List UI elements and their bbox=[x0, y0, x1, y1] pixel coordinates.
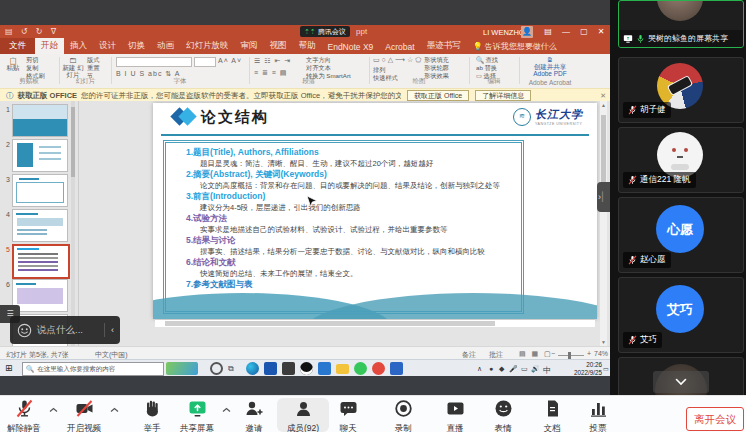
copy-button[interactable]: 复制 bbox=[26, 64, 38, 72]
poll-button[interactable]: 投票 bbox=[574, 399, 622, 432]
tray-icon[interactable]: ◆ bbox=[499, 365, 504, 373]
layout-button[interactable]: 版式 bbox=[87, 56, 99, 64]
ppt-tab-6[interactable]: 幻灯片放映 bbox=[180, 38, 235, 54]
weather-widget[interactable] bbox=[166, 362, 198, 375]
cortana-icon[interactable] bbox=[210, 362, 223, 375]
shapes-gallery[interactable]: ▭ ○ △ ⟶ ☆ ⬠ bbox=[373, 56, 421, 64]
collapse-tiles-button[interactable] bbox=[653, 371, 709, 393]
vertical-scrollbar-thumb[interactable] bbox=[601, 115, 606, 185]
paste-button[interactable]: 📋粘贴 bbox=[4, 57, 22, 71]
participant-tile[interactable]: 通信221 隆帆 bbox=[618, 127, 744, 193]
tray-icon[interactable]: ▭ bbox=[521, 365, 528, 373]
emoji-icon[interactable] bbox=[17, 323, 32, 338]
taskbar-search-box[interactable]: 🔍 在这里输入你要搜索的内容 bbox=[22, 362, 164, 376]
chevron-up-icon[interactable] bbox=[110, 407, 119, 413]
live-stream-button[interactable]: 直播 bbox=[431, 399, 479, 432]
ppt-tab-0[interactable]: 文件 bbox=[0, 38, 35, 54]
chevron-left-icon[interactable]: ‹ bbox=[105, 325, 120, 335]
zoom-out-icon[interactable]: − bbox=[551, 350, 555, 357]
tray-volume-icon[interactable]: 🔊 bbox=[531, 365, 540, 373]
docs-button[interactable]: 文档 bbox=[528, 399, 576, 432]
qq-icon[interactable] bbox=[300, 362, 313, 375]
view-buttons[interactable]: ▤ ▦ ▢ bbox=[519, 350, 553, 358]
members-button[interactable]: 成员(92) bbox=[279, 399, 327, 432]
shape-outline-button[interactable]: 形状轮廓 bbox=[424, 64, 449, 72]
ppt-tab-4[interactable]: 切换 bbox=[122, 38, 151, 54]
learn-more-button[interactable]: 了解详细信息 bbox=[475, 90, 531, 101]
slide-thumbnail[interactable] bbox=[12, 139, 68, 172]
tray-mic-icon[interactable]: 🎤 bbox=[509, 365, 518, 373]
chat-quick-bar[interactable]: 说点什么... ‹ bbox=[10, 316, 120, 344]
edge-icon[interactable] bbox=[246, 362, 259, 375]
ppt-tab-7[interactable]: 审阅 bbox=[235, 38, 264, 54]
ppt-tab-11[interactable]: Acrobat bbox=[379, 40, 420, 54]
chat-button[interactable]: 聊天 bbox=[324, 399, 372, 432]
chevron-up-icon[interactable] bbox=[49, 407, 58, 413]
participant-tile[interactable]: 心愿 赵心愿 bbox=[618, 197, 744, 273]
find-button[interactable]: 🔍 查找 bbox=[476, 56, 498, 64]
arrange-button[interactable]: 排列 bbox=[373, 66, 385, 74]
ppt-tab-3[interactable]: 设计 bbox=[93, 38, 122, 54]
ppt-tab-10[interactable]: EndNote X9 bbox=[322, 40, 380, 54]
zoom-level[interactable]: 74% bbox=[594, 350, 608, 357]
start-button[interactable]: ⊞ bbox=[5, 363, 13, 373]
record-button[interactable]: 录制 bbox=[379, 399, 427, 432]
account-avatar[interactable]: 👤 bbox=[521, 26, 533, 38]
slide-thumbnail[interactable] bbox=[12, 104, 68, 137]
reset-button[interactable]: 重置 bbox=[87, 64, 99, 72]
ppt-tab-2[interactable]: 插入 bbox=[64, 38, 93, 54]
wechat-icon[interactable] bbox=[354, 362, 367, 375]
grow-shrink-font-buttons[interactable]: A˄ A˅ bbox=[218, 57, 242, 64]
horizontal-scrollbar-thumb[interactable] bbox=[165, 321, 495, 326]
slide-thumbnail[interactable] bbox=[12, 209, 68, 242]
start-video-button[interactable]: 开启视频 bbox=[60, 399, 108, 432]
app-icon[interactable] bbox=[372, 362, 385, 375]
scroll-up-icon[interactable]: ▲ bbox=[600, 102, 607, 108]
ppt-tab-8[interactable]: 视图 bbox=[264, 38, 293, 54]
tray-qq-icon[interactable]: ● bbox=[489, 365, 493, 372]
slide-thumbnail[interactable] bbox=[12, 174, 68, 207]
zoom-slider[interactable] bbox=[558, 355, 584, 356]
align-buttons[interactable]: ≡ ≣ ≡ ▤ bbox=[254, 69, 287, 77]
app-icon[interactable] bbox=[282, 362, 295, 375]
replace-button[interactable]: ab 替换 bbox=[476, 64, 497, 72]
new-slide-button[interactable]: 🗔新建 幻灯片 bbox=[62, 57, 84, 78]
participant-tile-sharing[interactable]: 哭树的鲸鱼的屏幕共享 bbox=[618, 0, 744, 48]
zoom-in-icon[interactable]: + bbox=[587, 350, 591, 357]
ime-indicator[interactable]: 中 bbox=[543, 365, 551, 376]
raise-hand-button[interactable]: 举手 bbox=[128, 399, 176, 432]
sidebar-collapse-handle[interactable]: ›▏ bbox=[597, 182, 610, 212]
shape-fill-button[interactable]: 形状填充 bbox=[424, 56, 449, 64]
slide-thumbnail-current[interactable] bbox=[12, 244, 70, 279]
maximize-button[interactable]: ▢ bbox=[577, 25, 591, 39]
reactions-button[interactable]: 表情 bbox=[479, 399, 527, 432]
task-view-icon[interactable]: ⧉ bbox=[228, 364, 234, 374]
chat-input-placeholder[interactable]: 说点什么... bbox=[37, 324, 104, 337]
ppt-tab-9[interactable]: 帮助 bbox=[293, 38, 322, 54]
thumb-panel-scrollbar-thumb[interactable] bbox=[71, 107, 75, 177]
zoom-slider-thumb[interactable] bbox=[568, 352, 571, 359]
slide-canvas[interactable]: 论文结构 ≋ 长江大学 YANGTZE UNIVERSITY 1.题目(Titl… bbox=[153, 103, 597, 319]
list-indent-buttons[interactable]: ☰ ☷ ⇤ ⇥ bbox=[254, 57, 291, 65]
scroll-down-icon[interactable]: ▼ bbox=[600, 339, 607, 345]
text-direction-button[interactable]: 文字方向 bbox=[306, 56, 331, 64]
notification-center-icon[interactable]: ▭ bbox=[603, 365, 609, 372]
unmute-button[interactable]: 解除静音 bbox=[0, 399, 48, 432]
close-button[interactable]: ✕ bbox=[594, 25, 608, 39]
leave-meeting-button[interactable]: 离开会议 bbox=[686, 407, 744, 431]
font-name-box[interactable] bbox=[116, 57, 192, 67]
create-pdf-button[interactable]: 🗎创建并共享 Adobe PDF bbox=[526, 56, 574, 77]
share-screen-button[interactable]: 共享屏幕 bbox=[173, 399, 221, 432]
align-text-button[interactable]: 对齐文本 bbox=[306, 64, 331, 72]
participant-tile[interactable]: 艾巧 艾巧 bbox=[618, 277, 744, 353]
tell-me-search[interactable]: 💡 告诉我您想要做什么 bbox=[467, 39, 563, 54]
ppt-tab-5[interactable]: 动画 bbox=[151, 38, 180, 54]
font-size-box[interactable] bbox=[194, 57, 216, 67]
ribbon-display-options-button[interactable]: ▤ bbox=[541, 25, 555, 39]
app-icon[interactable] bbox=[390, 362, 403, 375]
quick-access-toolbar[interactable]: ▤ ↺ ↻ ᐁ bbox=[5, 27, 59, 36]
slide-thumbnail[interactable] bbox=[12, 279, 68, 312]
minimize-button[interactable]: — bbox=[559, 25, 573, 39]
tray-expand-icon[interactable]: ∧ bbox=[477, 365, 482, 373]
cut-button[interactable]: 剪切 bbox=[26, 56, 38, 64]
